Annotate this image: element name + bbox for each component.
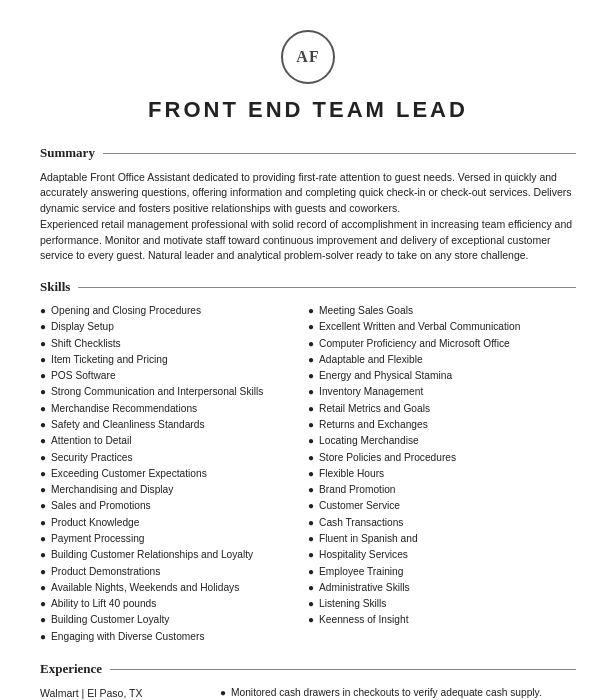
skill-item: ●Cash Transactions bbox=[308, 516, 566, 530]
skill-item: ●Product Demonstrations bbox=[40, 565, 298, 579]
bullet-icon: ● bbox=[308, 385, 314, 399]
experience-jobs: Walmart | El Paso, TXFront End Team Lead… bbox=[40, 686, 576, 700]
skill-text: Safety and Cleanliness Standards bbox=[51, 418, 204, 432]
job-bullets: ●Monitored cash drawers in checkouts to … bbox=[220, 686, 576, 700]
bullet-icon: ● bbox=[40, 418, 46, 432]
bullet-icon: ● bbox=[40, 385, 46, 399]
skill-item: ●Meeting Sales Goals bbox=[308, 304, 566, 318]
job-bullet-item: ●Monitored cash drawers in checkouts to … bbox=[220, 686, 576, 700]
skill-text: Listening Skills bbox=[319, 597, 386, 611]
skill-item: ●Retail Metrics and Goals bbox=[308, 402, 566, 416]
skill-item: ●Hospitality Services bbox=[308, 548, 566, 562]
bullet-icon: ● bbox=[308, 369, 314, 383]
skill-item: ●Merchandise Recommendations bbox=[40, 402, 298, 416]
skill-item: ●Engaging with Diverse Customers bbox=[40, 630, 298, 644]
skill-text: Merchandising and Display bbox=[51, 483, 173, 497]
skill-item: ●POS Software bbox=[40, 369, 298, 383]
skill-text: Computer Proficiency and Microsoft Offic… bbox=[319, 337, 510, 351]
skill-text: Store Policies and Procedures bbox=[319, 451, 456, 465]
bullet-icon: ● bbox=[40, 451, 46, 465]
summary-section: Summary Adaptable Front Office Assistant… bbox=[40, 144, 576, 264]
bullet-icon: ● bbox=[308, 597, 314, 611]
skills-section: Skills ●Opening and Closing Procedures●D… bbox=[40, 278, 576, 646]
skill-text: Product Knowledge bbox=[51, 516, 139, 530]
bullet-icon: ● bbox=[40, 402, 46, 416]
bullet-icon: ● bbox=[308, 402, 314, 416]
skill-item: ●Excellent Written and Verbal Communicat… bbox=[308, 320, 566, 334]
bullet-icon: ● bbox=[40, 565, 46, 579]
skill-item: ●Opening and Closing Procedures bbox=[40, 304, 298, 318]
summary-divider bbox=[103, 153, 576, 154]
experience-divider bbox=[110, 669, 576, 670]
skill-text: Strong Communication and Interpersonal S… bbox=[51, 385, 263, 399]
skill-text: Ability to Lift 40 pounds bbox=[51, 597, 156, 611]
bullet-icon: ● bbox=[308, 499, 314, 513]
bullet-icon: ● bbox=[308, 337, 314, 351]
skill-text: Display Setup bbox=[51, 320, 114, 334]
skills-left: ●Opening and Closing Procedures●Display … bbox=[40, 304, 308, 646]
skill-item: ●Exceeding Customer Expectations bbox=[40, 467, 298, 481]
skill-item: ●Safety and Cleanliness Standards bbox=[40, 418, 298, 432]
skill-text: Customer Service bbox=[319, 499, 400, 513]
experience-header: Experience bbox=[40, 660, 576, 679]
bullet-icon: ● bbox=[40, 467, 46, 481]
skill-item: ●Building Customer Loyalty bbox=[40, 613, 298, 627]
skill-item: ●Payment Processing bbox=[40, 532, 298, 546]
skills-right: ●Meeting Sales Goals●Excellent Written a… bbox=[308, 304, 576, 646]
skill-text: Energy and Physical Stamina bbox=[319, 369, 452, 383]
skills-label: Skills bbox=[40, 278, 78, 297]
bullet-icon: ● bbox=[220, 686, 226, 700]
skill-item: ●Inventory Management bbox=[308, 385, 566, 399]
bullet-icon: ● bbox=[308, 320, 314, 334]
skill-item: ●Ability to Lift 40 pounds bbox=[40, 597, 298, 611]
skill-item: ●Strong Communication and Interpersonal … bbox=[40, 385, 298, 399]
skill-item: ●Item Ticketing and Pricing bbox=[40, 353, 298, 367]
bullet-icon: ● bbox=[40, 320, 46, 334]
skill-item: ●Keenness of Insight bbox=[308, 613, 566, 627]
bullet-icon: ● bbox=[40, 516, 46, 530]
bullet-icon: ● bbox=[40, 630, 46, 644]
job-left: Walmart | El Paso, TXFront End Team Lead… bbox=[40, 686, 210, 700]
summary-text: Adaptable Front Office Assistant dedicat… bbox=[40, 170, 576, 265]
bullet-icon: ● bbox=[308, 353, 314, 367]
summary-label: Summary bbox=[40, 144, 103, 163]
skills-divider bbox=[78, 287, 576, 288]
skill-item: ●Employee Training bbox=[308, 565, 566, 579]
bullet-icon: ● bbox=[308, 418, 314, 432]
skill-text: Employee Training bbox=[319, 565, 403, 579]
skill-text: Available Nights, Weekends and Holidays bbox=[51, 581, 239, 595]
bullet-icon: ● bbox=[40, 304, 46, 318]
skill-text: Merchandise Recommendations bbox=[51, 402, 197, 416]
skills-columns: ●Opening and Closing Procedures●Display … bbox=[40, 304, 576, 646]
skill-text: Locating Merchandise bbox=[319, 434, 419, 448]
skill-text: Cash Transactions bbox=[319, 516, 403, 530]
skill-text: Shift Checklists bbox=[51, 337, 121, 351]
skill-text: Meeting Sales Goals bbox=[319, 304, 413, 318]
skill-text: Building Customer Loyalty bbox=[51, 613, 169, 627]
bullet-icon: ● bbox=[40, 581, 46, 595]
skill-text: Exceeding Customer Expectations bbox=[51, 467, 207, 481]
skill-text: Hospitality Services bbox=[319, 548, 408, 562]
resume-header: AF FRONT END TEAM LEAD bbox=[40, 30, 576, 126]
skill-text: Keenness of Insight bbox=[319, 613, 408, 627]
skill-item: ●Merchandising and Display bbox=[40, 483, 298, 497]
job-company: Walmart | El Paso, TX bbox=[40, 686, 210, 700]
bullet-icon: ● bbox=[40, 532, 46, 546]
bullet-icon: ● bbox=[40, 597, 46, 611]
skill-item: ●Flexible Hours bbox=[308, 467, 566, 481]
skill-item: ●Brand Promotion bbox=[308, 483, 566, 497]
bullet-text: Monitored cash drawers in checkouts to v… bbox=[231, 686, 542, 700]
skill-item: ●Sales and Promotions bbox=[40, 499, 298, 513]
skill-text: Sales and Promotions bbox=[51, 499, 151, 513]
bullet-icon: ● bbox=[308, 304, 314, 318]
avatar-initials: AF bbox=[281, 30, 335, 84]
skill-text: Brand Promotion bbox=[319, 483, 395, 497]
bullet-icon: ● bbox=[308, 548, 314, 562]
skill-text: Payment Processing bbox=[51, 532, 144, 546]
bullet-icon: ● bbox=[40, 483, 46, 497]
skill-item: ●Adaptable and Flexible bbox=[308, 353, 566, 367]
skill-item: ●Security Practices bbox=[40, 451, 298, 465]
skill-item: ●Returns and Exchanges bbox=[308, 418, 566, 432]
skill-item: ●Shift Checklists bbox=[40, 337, 298, 351]
skill-text: Attention to Detail bbox=[51, 434, 131, 448]
